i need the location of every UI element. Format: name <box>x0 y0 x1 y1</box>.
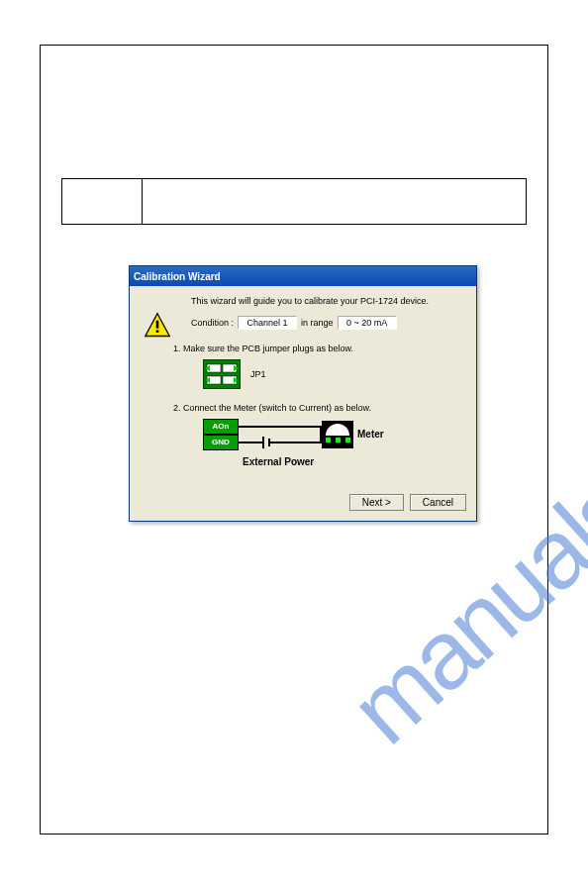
jumper-row: JP1 <box>203 359 462 389</box>
jp1-label: JP1 <box>250 369 266 379</box>
dialog-title: Calibration Wizard <box>134 271 221 282</box>
note-box <box>61 178 527 225</box>
condition-row: Condition : Channel 1 in range 0 ~ 20 mA <box>191 316 462 330</box>
step1-text: 1. Make sure the PCB jumper plugs as bel… <box>173 344 462 353</box>
range-value: 0 ~ 20 mA <box>338 316 397 330</box>
wire <box>239 442 262 443</box>
range-label: in range <box>301 318 334 328</box>
aon-terminal: AOn <box>203 419 239 435</box>
jumper-diagram <box>203 359 241 389</box>
calibration-wizard-dialog: Calibration Wizard This wizard will guid… <box>129 265 477 522</box>
gnd-terminal: GND <box>203 435 239 450</box>
svg-rect-2 <box>156 330 159 333</box>
meter-icon <box>322 421 353 448</box>
condition-label: Condition : <box>191 318 234 328</box>
battery-plate <box>262 437 264 448</box>
meter-label: Meter <box>357 429 384 440</box>
wire <box>239 426 322 428</box>
terminal-stack: AOn GND <box>203 419 239 450</box>
warning-icon <box>144 312 171 340</box>
step2-text: 2. Connect the Meter (switch to Current)… <box>173 403 462 413</box>
note-content-cell <box>143 179 526 224</box>
note-label-cell <box>62 179 143 224</box>
dialog-body: This wizard will guide you to calibrate … <box>130 286 476 490</box>
cancel-button[interactable]: Cancel <box>410 494 466 511</box>
next-button[interactable]: Next > <box>349 494 404 511</box>
external-power-label: External Power <box>243 456 314 467</box>
wire <box>270 442 322 443</box>
dialog-titlebar: Calibration Wizard <box>130 266 476 286</box>
condition-value: Channel 1 <box>238 316 297 330</box>
intro-text: This wizard will guide you to calibrate … <box>191 296 462 306</box>
meter-diagram: AOn GND Meter External Power <box>203 419 401 474</box>
button-row: Next > Cancel <box>130 490 476 521</box>
svg-rect-1 <box>156 321 159 329</box>
